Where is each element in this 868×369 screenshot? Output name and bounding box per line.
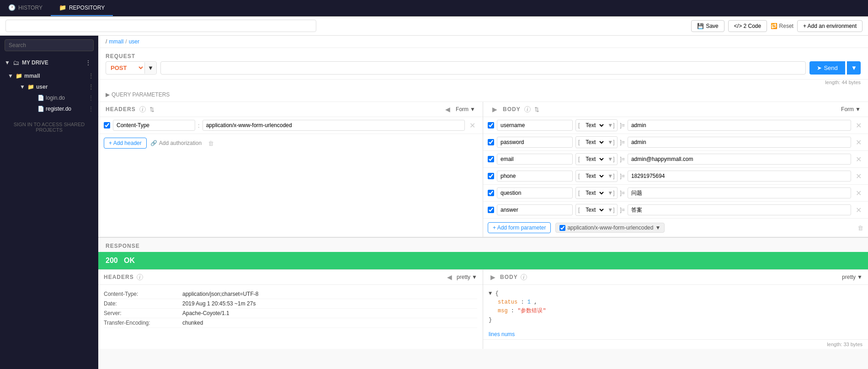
type-select-input-phone[interactable]: TextFile: [582, 171, 605, 182]
param-cb-phone[interactable]: [488, 173, 494, 179]
sidebar-item-login-do[interactable]: 📄 login.do ⋮: [30, 92, 98, 103]
response-status-text: OK: [124, 257, 135, 264]
headers-sort-icon[interactable]: ⇅: [149, 106, 154, 113]
body-left-arrow[interactable]: ▶: [490, 106, 499, 113]
login-menu-icon[interactable]: ⋮: [88, 95, 94, 101]
body-format-select[interactable]: Form ▼: [841, 106, 861, 112]
sidebar-item-register-do[interactable]: 📄 register.do ⋮: [30, 103, 98, 114]
url-input[interactable]: http://localhost:8080/mmall/user/registe…: [160, 61, 806, 75]
param-cb-question[interactable]: [488, 190, 494, 196]
param-delete-phone[interactable]: ✕: [854, 172, 863, 181]
param-val-question[interactable]: [628, 187, 851, 198]
breadcrumb-mmall[interactable]: mmall: [109, 38, 123, 45]
link-icon: 🔗: [150, 140, 157, 146]
reset-button[interactable]: 🔁 Reset: [771, 23, 793, 29]
register-menu-icon[interactable]: ⋮: [88, 106, 94, 112]
tab-history[interactable]: 🕐 HISTORY: [0, 0, 51, 16]
send-button-group: ➤ Send ▼: [809, 61, 861, 75]
lines-nums-button[interactable]: lines nums: [483, 329, 868, 339]
delete-header-section-icon[interactable]: 🗑: [205, 139, 217, 148]
param-val-answer[interactable]: [628, 204, 851, 215]
drive-icon: 🗂: [13, 59, 19, 66]
param-delete-question[interactable]: ✕: [854, 189, 863, 198]
reset-icon: 🔁: [771, 23, 777, 29]
drive-menu-icon[interactable]: ⋮: [83, 59, 94, 67]
param-val-phone[interactable]: [628, 171, 851, 182]
param-cb-username[interactable]: [488, 122, 494, 128]
eq-sign: ]=: [620, 207, 625, 213]
request-panel: REQUEST POST GET PUT DELETE ▼ http://loc…: [98, 48, 868, 237]
param-val-email[interactable]: [628, 154, 851, 165]
resp-body-right-arrow[interactable]: ▶: [489, 273, 497, 281]
add-environment-button[interactable]: + Add an environment: [797, 20, 863, 32]
param-key-phone[interactable]: [497, 171, 573, 182]
header-value-input[interactable]: [202, 120, 465, 131]
header-checkbox[interactable]: [104, 122, 110, 128]
response-panels: HEADERS i ◀ pretty ▼ Content-Type: appli…: [98, 269, 868, 349]
param-cb-answer[interactable]: [488, 207, 494, 213]
api-title-input[interactable]: register.do: [5, 20, 316, 32]
resp-body-info-icon[interactable]: i: [521, 274, 527, 280]
param-delete-username[interactable]: ✕: [854, 121, 863, 130]
type-select-input-question[interactable]: TextFile: [582, 187, 605, 198]
param-val-username[interactable]: [628, 120, 851, 131]
param-key-question[interactable]: [497, 187, 573, 198]
mmall-menu-icon[interactable]: ⋮: [88, 73, 94, 79]
title-area: register.do: [5, 20, 687, 32]
param-val-password[interactable]: [628, 137, 851, 148]
resp-headers-info-icon[interactable]: i: [137, 274, 143, 280]
sidebar-item-user[interactable]: ▼ 📁 user ⋮: [12, 81, 98, 92]
tab-repository[interactable]: 📁 REPOSITORY: [51, 0, 113, 16]
param-key-email[interactable]: [497, 154, 573, 165]
resp-body-format[interactable]: pretty ▼: [842, 274, 863, 280]
code-button[interactable]: </> 2 Code: [728, 20, 767, 32]
add-header-button[interactable]: + Add header: [104, 138, 147, 149]
body-delete-icon[interactable]: 🗑: [857, 225, 863, 231]
type-select-phone: [ TextFile ▼]: [575, 170, 618, 182]
content-type-checkbox[interactable]: [559, 225, 565, 231]
headers-left-arrow[interactable]: ◀: [443, 106, 452, 113]
send-button[interactable]: ➤ Send: [809, 61, 845, 75]
type-select-input-email[interactable]: TextFile: [582, 154, 605, 165]
user-menu-icon[interactable]: ⋮: [88, 84, 94, 90]
eq-sign: ]=: [620, 190, 625, 196]
search-input[interactable]: [5, 39, 94, 51]
resp-headers-format[interactable]: pretty ▼: [457, 274, 477, 280]
param-delete-answer[interactable]: ✕: [854, 206, 863, 214]
body-info-icon[interactable]: i: [524, 106, 531, 112]
type-select-input-password[interactable]: TextFile: [582, 137, 605, 148]
param-cb-email[interactable]: [488, 156, 494, 162]
query-params-toggle[interactable]: ▶ QUERY PARAMETERS: [98, 88, 868, 102]
save-button[interactable]: 💾 Save: [691, 20, 724, 32]
headers-format-label: Form: [456, 106, 469, 112]
add-form-param-button[interactable]: + Add form parameter: [488, 222, 551, 233]
method-select[interactable]: POST GET PUT DELETE: [106, 62, 144, 74]
header-key-input[interactable]: [113, 120, 195, 131]
resp-headers-title: HEADERS: [104, 274, 134, 280]
param-delete-password[interactable]: ✕: [854, 138, 863, 147]
param-key-username[interactable]: [497, 120, 573, 131]
add-auth-button[interactable]: 🔗 Add authorization: [150, 140, 202, 146]
type-select-input-username[interactable]: TextFile: [582, 120, 605, 131]
send-dropdown-button[interactable]: ▼: [847, 61, 861, 75]
sidebar-item-mmall[interactable]: ▼ 📁 mmall ⋮: [0, 70, 98, 81]
breadcrumb-user[interactable]: user: [129, 38, 139, 45]
param-delete-email[interactable]: ✕: [854, 155, 863, 164]
headers-info-icon[interactable]: i: [139, 106, 146, 112]
header-delete-icon[interactable]: ✕: [468, 121, 477, 130]
content-type-select[interactable]: application/x-www-form-urlencoded ▼: [555, 223, 665, 233]
breadcrumb: / mmall / user: [98, 36, 868, 48]
method-dropdown-icon[interactable]: ▼: [144, 62, 156, 74]
register-do-label: register.do: [46, 106, 71, 112]
param-cb-password[interactable]: [488, 139, 494, 145]
resp-left-arrow[interactable]: ◀: [445, 273, 454, 281]
type-select-input-answer[interactable]: TextFile: [582, 204, 605, 215]
folder-icon: 📁: [27, 84, 34, 90]
body-sort-icon[interactable]: ⇅: [534, 106, 539, 113]
body-title: BODY: [503, 106, 521, 112]
param-key-answer[interactable]: [497, 204, 573, 215]
body-param-row-password: [ TextFile ▼] ]= ✕: [483, 134, 868, 151]
headers-format-select[interactable]: Form ▼: [456, 106, 475, 112]
body-param-row-username: [ TextFile ▼] ]= ✕: [483, 117, 868, 134]
param-key-password[interactable]: [497, 137, 573, 148]
